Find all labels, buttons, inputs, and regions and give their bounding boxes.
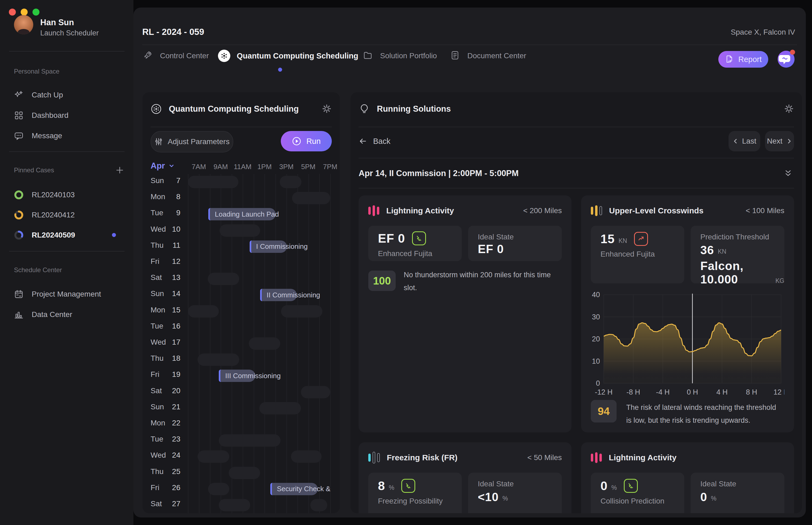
gantt-slot-bar[interactable] bbox=[219, 434, 281, 447]
gear-icon[interactable] bbox=[784, 104, 794, 114]
gantt-slot-bar[interactable] bbox=[188, 176, 238, 188]
quantum-icon bbox=[151, 103, 162, 115]
trend-up-orange bbox=[634, 232, 648, 246]
adjust-parameters-button[interactable]: Adjust Parameters bbox=[151, 131, 233, 152]
month-selector[interactable]: Apr bbox=[151, 161, 175, 171]
bolt-down-green bbox=[412, 231, 426, 245]
back-label: Back bbox=[373, 137, 390, 146]
gridline bbox=[188, 174, 189, 513]
gantt-slot-bar[interactable] bbox=[259, 402, 301, 415]
gantt-slot-bar[interactable] bbox=[220, 224, 260, 237]
gantt-slot-bar[interactable] bbox=[198, 354, 239, 366]
next-button[interactable]: Next bbox=[765, 131, 794, 151]
gantt-slot-bar[interactable] bbox=[208, 273, 239, 285]
sidebar-item-label: Catch Up bbox=[32, 91, 63, 99]
gantt-slot-bar[interactable] bbox=[292, 192, 330, 204]
add-pinned-case-button[interactable] bbox=[116, 166, 124, 175]
back-button[interactable]: Back bbox=[359, 135, 390, 147]
sidebar-item-catch-up[interactable]: Catch Up bbox=[0, 87, 133, 104]
section-label-schedule-center: Schedule Center bbox=[14, 266, 62, 274]
last-button[interactable]: Last bbox=[728, 131, 760, 151]
pinned-case-RL20240103[interactable]: RL20240103 bbox=[0, 186, 133, 204]
gantt-task-bar[interactable]: Loading Launch Pad bbox=[208, 208, 276, 220]
svg-text:10: 10 bbox=[592, 357, 600, 365]
tab-quantum-computing-scheduling[interactable]: Quantum Computing Scheduling bbox=[218, 48, 358, 64]
gridline bbox=[286, 174, 287, 513]
solution-slot-heading: Apr 14, II Commission | 2:00PM - 5:00PM bbox=[359, 168, 518, 178]
assistant-chat-button[interactable] bbox=[778, 51, 795, 68]
gantt-slot-bar[interactable] bbox=[208, 483, 229, 495]
sidebar-item-project-management[interactable]: Project Management bbox=[0, 286, 133, 303]
divider bbox=[142, 45, 797, 45]
bolt-down-green bbox=[627, 482, 634, 489]
gantt-slot-bar[interactable] bbox=[188, 305, 219, 317]
sliders-icon bbox=[154, 137, 163, 146]
window-close-button[interactable] bbox=[9, 9, 16, 16]
day-number: 10 bbox=[166, 225, 180, 234]
mission-context-label: Space X, Falcon IV bbox=[731, 28, 795, 36]
arrow-left-icon bbox=[359, 137, 367, 146]
day-name: Sun bbox=[151, 176, 164, 185]
tab-solution-portfolio[interactable]: Solution Portfolio bbox=[363, 48, 437, 64]
day-name: Mon bbox=[151, 306, 165, 314]
metric-tile-ideal: Ideal State0% bbox=[691, 472, 784, 513]
report-button-label: Report bbox=[738, 55, 762, 64]
notification-dot bbox=[790, 50, 795, 55]
gantt-slot-bar[interactable] bbox=[249, 338, 281, 350]
gantt-task-bar[interactable]: Security Check & Launch bbox=[270, 483, 318, 495]
sidebar-item-data-center[interactable]: Data Center bbox=[0, 306, 133, 323]
ideal-state-unit: KN bbox=[718, 248, 726, 257]
run-button[interactable]: Run bbox=[281, 131, 332, 151]
section-label-personal-space: Personal Space bbox=[14, 68, 59, 75]
gantt-task-bar[interactable]: I Commissioning bbox=[250, 240, 287, 253]
gantt-slot-bar[interactable] bbox=[281, 305, 322, 317]
gantt-slot-bar[interactable] bbox=[291, 450, 322, 463]
tab-document-center[interactable]: Document Center bbox=[450, 48, 526, 64]
run-label: Run bbox=[306, 137, 320, 146]
window-minimize-button[interactable] bbox=[21, 9, 28, 16]
tab-label: Control Center bbox=[160, 51, 209, 60]
chevron-down-icon bbox=[168, 162, 175, 169]
time-axis-label: 7AM bbox=[192, 163, 206, 171]
trend-up-orange bbox=[637, 235, 645, 242]
day-number: 23 bbox=[166, 435, 180, 444]
metric-bars-icon bbox=[591, 452, 602, 463]
day-name: Sat bbox=[151, 273, 162, 282]
day-number: 13 bbox=[166, 273, 180, 282]
gantt-slot-bar[interactable] bbox=[310, 499, 328, 511]
day-number: 8 bbox=[166, 193, 180, 201]
gantt-slot-bar[interactable] bbox=[229, 467, 260, 479]
sidebar-item-dashboard[interactable]: Dashboard bbox=[0, 107, 133, 124]
gantt-slot-bar[interactable] bbox=[301, 386, 330, 398]
day-number: 18 bbox=[166, 354, 180, 363]
report-button[interactable]: Report bbox=[718, 51, 768, 68]
gantt-slot-bar[interactable] bbox=[198, 450, 229, 463]
bolt-down-green bbox=[416, 235, 422, 242]
divider bbox=[359, 188, 794, 189]
svg-text:0: 0 bbox=[596, 379, 600, 387]
day-name: Sat bbox=[151, 387, 162, 395]
day-number: 26 bbox=[166, 483, 180, 492]
day-number: 7 bbox=[166, 176, 180, 185]
avatar[interactable] bbox=[14, 15, 33, 34]
gantt-slot-bar[interactable] bbox=[280, 176, 301, 188]
divider bbox=[9, 151, 124, 152]
gantt-slot-bar[interactable] bbox=[219, 499, 250, 511]
pinned-case-RL20240412[interactable]: RL20240412 bbox=[0, 206, 133, 224]
case-title: RL - 2024 - 059 bbox=[142, 27, 204, 37]
sidebar-item-message[interactable]: Message bbox=[0, 127, 133, 145]
gantt-task-bar[interactable]: III Commissioning bbox=[219, 370, 255, 382]
expand-double-chevron-icon[interactable] bbox=[783, 168, 793, 178]
solution-card-lightning-activity: Lightning Activity< 200 MilesEF 0Enhance… bbox=[359, 195, 571, 432]
svg-text:30: 30 bbox=[592, 313, 600, 321]
panel-title: Quantum Computing Scheduling bbox=[169, 104, 299, 114]
gear-icon[interactable] bbox=[321, 104, 332, 114]
divider bbox=[9, 51, 124, 51]
day-number: 9 bbox=[166, 209, 180, 217]
message-icon bbox=[14, 131, 24, 141]
window-zoom-button[interactable] bbox=[32, 9, 40, 16]
gantt-task-bar[interactable]: II Commissioning bbox=[260, 289, 297, 301]
solution-card-freezing-risk-fr-: Freezing Risk (FR)< 50 Miles8%Freezing P… bbox=[359, 442, 571, 513]
gridline bbox=[330, 174, 331, 513]
tab-control-center[interactable]: Control Center bbox=[143, 48, 209, 64]
